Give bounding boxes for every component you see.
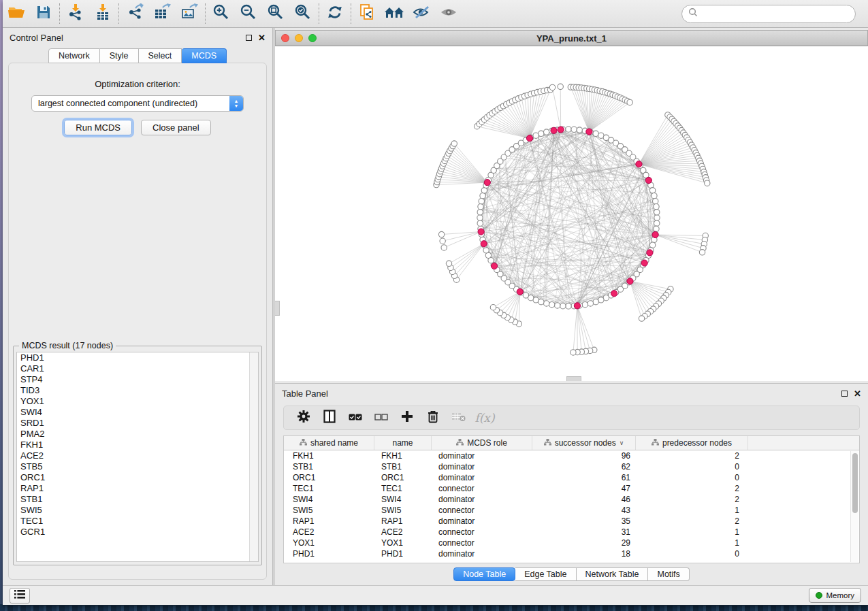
cell-successor-nodes[interactable]: 31 [532,527,636,537]
bottom-splitter-handle[interactable] [566,376,581,381]
delete-column-button[interactable] [420,408,446,428]
mcds-result-item[interactable]: ORC1 [17,472,258,483]
cell-shared-name[interactable]: RAP1 [284,516,374,526]
tab-mcds[interactable]: MCDS [182,48,227,63]
cell-shared-name[interactable]: ACE2 [284,527,374,537]
table-row[interactable]: TEC1TEC1connector472 [284,483,859,494]
cell-predecessor-nodes[interactable]: 1 [636,527,748,537]
cell-predecessor-nodes[interactable]: 0 [636,473,748,482]
import-network-button[interactable] [62,2,89,25]
column-header-MCDS-role[interactable]: MCDS role [432,436,532,450]
tab-node-table[interactable]: Node Table [453,567,515,581]
import-table-button[interactable] [89,2,116,25]
mcds-result-item[interactable]: STB1 [17,494,258,505]
cell-shared-name[interactable]: YOX1 [284,538,374,548]
cell-predecessor-nodes[interactable]: 2 [636,516,748,526]
refresh-button[interactable] [321,2,349,25]
cell-successor-nodes[interactable]: 18 [532,549,636,559]
mcds-result-item[interactable]: SWI5 [17,505,258,516]
cell-name[interactable]: ORC1 [374,473,432,482]
cell-MCDS-role[interactable]: connector [432,484,532,493]
export-table-button[interactable] [148,2,176,25]
mcds-result-item[interactable]: TID3 [17,385,258,396]
table-scrollbar[interactable] [850,451,858,562]
cell-MCDS-role[interactable]: dominator [432,462,532,472]
close-panel-icon[interactable]: ✕ [854,391,861,397]
close-panel-icon[interactable]: ✕ [258,35,266,41]
mcds-result-item[interactable]: YOX1 [17,396,258,407]
cell-name[interactable]: YOX1 [374,538,432,548]
mcds-result-item[interactable]: CAR1 [17,363,258,374]
cell-name[interactable]: PHD1 [374,549,432,559]
cell-MCDS-role[interactable]: connector [432,527,532,537]
cell-MCDS-role[interactable]: dominator [432,549,532,559]
zoom-out-button[interactable] [235,2,262,25]
cell-name[interactable]: FKH1 [374,451,432,461]
save-session-button[interactable] [30,2,57,25]
select-all-button[interactable] [342,408,368,428]
mcds-result-list[interactable]: PHD1CAR1STP4TID3YOX1SWI4SRD1PMA2FKH1ACE2… [16,352,259,562]
criterion-dropdown[interactable]: largest connected component (undirected)… [31,95,244,112]
delete-table-button[interactable] [446,408,472,428]
search-input[interactable] [702,9,849,18]
close-panel-button[interactable]: Close panel [141,120,211,135]
cell-MCDS-role[interactable]: dominator [432,495,532,504]
cell-name[interactable]: TEC1 [374,484,432,493]
cell-predecessor-nodes[interactable]: 1 [636,538,748,548]
tab-select[interactable]: Select [139,48,182,63]
cell-shared-name[interactable]: SWI4 [284,495,374,504]
mcds-result-item[interactable]: PMA2 [17,429,258,440]
mcds-result-item[interactable]: ACE2 [17,450,258,461]
cell-MCDS-role[interactable]: dominator [432,516,532,526]
cell-successor-nodes[interactable]: 46 [532,495,636,504]
column-header-predecessor-nodes[interactable]: predecessor nodes [636,436,748,450]
mcds-result-item[interactable]: STP4 [17,374,258,385]
cell-predecessor-nodes[interactable]: 1 [636,506,748,515]
cell-name[interactable]: RAP1 [374,516,432,526]
tab-network-table[interactable]: Network Table [577,567,649,581]
export-image-button[interactable] [176,2,203,25]
zoom-selected-button[interactable] [289,2,317,25]
tab-style[interactable]: Style [100,48,139,63]
tab-edge-table[interactable]: Edge Table [515,567,576,581]
open-session-button[interactable] [3,2,30,25]
cell-successor-nodes[interactable]: 43 [532,506,636,515]
cell-predecessor-nodes[interactable]: 0 [636,549,748,559]
cell-predecessor-nodes[interactable]: 0 [636,462,748,472]
table-row[interactable]: STB1STB1dominator620 [284,461,859,472]
zoom-fit-button[interactable] [262,2,289,25]
cell-successor-nodes[interactable]: 62 [532,462,636,472]
network-graph[interactable] [275,46,868,381]
cell-shared-name[interactable]: PHD1 [284,549,374,559]
cell-name[interactable]: SWI4 [374,495,432,504]
deselect-all-button[interactable] [368,408,394,428]
cell-successor-nodes[interactable]: 96 [532,451,636,461]
cell-shared-name[interactable]: FKH1 [284,451,374,461]
left-splitter-handle[interactable] [275,301,280,316]
search-field[interactable] [681,5,856,23]
table-row[interactable]: ACE2ACE2connector311 [284,527,859,538]
houses-button[interactable] [381,2,408,25]
cell-predecessor-nodes[interactable]: 2 [636,451,748,461]
export-network-button[interactable] [121,2,148,25]
cell-MCDS-role[interactable]: dominator [432,473,532,482]
cell-MCDS-role[interactable]: connector [432,506,532,515]
cell-shared-name[interactable]: STB1 [284,462,374,472]
network-window-titlebar[interactable]: YPA_prune.txt_1 [275,30,868,46]
function-builder-button[interactable]: f(x) [472,408,498,428]
mcds-result-item[interactable]: STB5 [17,461,258,472]
cell-predecessor-nodes[interactable]: 2 [636,484,748,493]
task-history-button[interactable] [10,588,30,604]
column-header-name[interactable]: name [374,436,432,450]
table-scrollbar-thumb[interactable] [852,453,858,513]
mcds-result-item[interactable]: GCR1 [17,527,258,538]
float-panel-icon[interactable] [841,391,848,397]
column-header-shared-name[interactable]: shared name [284,436,374,450]
mcds-result-item[interactable]: SRD1 [17,418,258,429]
cell-successor-nodes[interactable]: 47 [532,484,636,493]
table-row[interactable]: PHD1PHD1dominator180 [284,548,859,559]
table-row[interactable]: YOX1YOX1connector291 [284,538,859,548]
table-row[interactable]: ORC1ORC1dominator610 [284,472,859,483]
run-mcds-button[interactable]: Run MCDS [64,120,132,135]
cell-successor-nodes[interactable]: 29 [532,538,636,548]
